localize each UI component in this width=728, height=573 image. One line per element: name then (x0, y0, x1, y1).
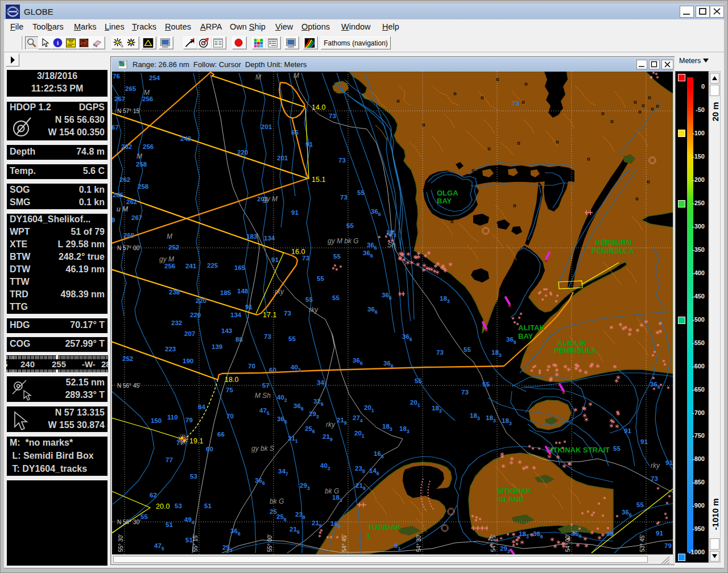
svg-text:9: 9 (112, 217, 115, 223)
svg-text:183: 183 (246, 233, 257, 240)
svg-text:N 56° 45': N 56° 45' (117, 383, 140, 389)
svg-text:gy bk S: gy bk S (251, 445, 274, 452)
svg-text:150: 150 (151, 417, 162, 424)
svg-text:M: M (293, 72, 299, 80)
svg-text:66: 66 (217, 431, 225, 438)
svg-text:139: 139 (212, 343, 222, 350)
svg-text:17.1: 17.1 (263, 311, 276, 319)
svg-text:N 57° 00': N 57° 00' (117, 245, 140, 251)
svg-text:84: 84 (198, 404, 205, 410)
svg-text:55: 55 (317, 275, 324, 282)
svg-text:91: 91 (624, 427, 631, 434)
svg-text:14.0: 14.0 (312, 103, 325, 111)
svg-text:267: 267 (131, 214, 142, 221)
svg-text:243: 243 (180, 135, 191, 142)
svg-text:91: 91 (245, 304, 253, 310)
svg-text:55: 55 (482, 381, 490, 388)
svg-text:BAY: BAY (518, 332, 533, 341)
svg-text:254: 254 (149, 74, 160, 81)
svg-text:55: 55 (346, 222, 354, 229)
svg-text:143: 143 (221, 327, 232, 334)
svg-text:190: 190 (183, 358, 193, 364)
svg-text:OLGA: OLGA (437, 189, 458, 197)
svg-text:N 57° 15': N 57° 15' (117, 108, 140, 114)
svg-text:53: 53 (190, 473, 197, 480)
svg-text:bk G: bk G (270, 497, 284, 505)
svg-text:262: 262 (126, 198, 137, 205)
svg-text:M: M (144, 89, 150, 97)
svg-text:60: 60 (206, 446, 213, 452)
svg-text:ISLAND: ISLAND (497, 495, 524, 504)
svg-text:20.0: 20.0 (156, 503, 169, 510)
svg-text:79: 79 (664, 542, 672, 549)
svg-text:gy M bk G: gy M bk G (328, 237, 359, 245)
svg-text:252: 252 (168, 244, 179, 251)
svg-text:73: 73 (264, 333, 271, 340)
svg-text:70: 70 (226, 413, 234, 420)
svg-text:185: 185 (220, 289, 231, 296)
svg-text:51: 51 (166, 521, 173, 528)
svg-text:55° 15': 55° 15' (192, 534, 198, 552)
svg-text:201: 201 (261, 123, 272, 130)
svg-text:TUGIDAK: TUGIDAK (367, 523, 402, 532)
svg-text:M: M (136, 152, 142, 160)
svg-text:M Sh: M Sh (255, 392, 271, 400)
svg-text:gy M: gy M (263, 195, 278, 203)
svg-text:258: 258 (138, 183, 149, 190)
svg-text:rky: rky (275, 288, 284, 296)
svg-text:91: 91 (665, 459, 673, 466)
svg-text:267: 267 (114, 96, 125, 102)
svg-text:73: 73 (512, 100, 519, 107)
svg-text:73: 73 (302, 255, 309, 261)
svg-text:134: 134 (264, 235, 275, 242)
svg-text:220: 220 (190, 312, 201, 318)
svg-text:269: 269 (123, 232, 134, 239)
svg-text:262: 262 (121, 143, 132, 150)
svg-text:220: 220 (196, 297, 206, 304)
svg-text:55: 55 (288, 335, 296, 342)
svg-text:148: 148 (237, 288, 249, 294)
svg-text:55: 55 (332, 294, 340, 301)
svg-text:SITKINAK STRAIT: SITKINAK STRAIT (546, 446, 610, 454)
svg-text:I.: I. (367, 532, 371, 540)
svg-text:54° 45': 54° 45' (341, 534, 348, 552)
svg-text:M: M (167, 232, 172, 240)
svg-text:252: 252 (122, 355, 133, 362)
svg-text:55: 55 (333, 253, 341, 260)
svg-text:134: 134 (230, 312, 242, 318)
svg-text:55: 55 (357, 189, 365, 196)
svg-text:38: 38 (606, 530, 614, 537)
svg-text:ALITAK: ALITAK (518, 323, 545, 332)
svg-text:rky: rky (326, 421, 336, 429)
svg-text:PENINSULA: PENINSULA (592, 247, 635, 255)
svg-text:73: 73 (651, 475, 658, 482)
svg-text:79: 79 (185, 417, 193, 423)
svg-text:110: 110 (167, 414, 178, 421)
svg-text:232: 232 (171, 319, 182, 326)
svg-text:73: 73 (461, 389, 469, 396)
svg-text:225: 225 (207, 262, 218, 269)
svg-text:i: i (57, 39, 59, 46)
svg-text:53: 53 (175, 503, 182, 509)
svg-text:N 56° 30': N 56° 30' (117, 519, 140, 525)
svg-text:88: 88 (235, 336, 243, 343)
svg-text:265: 265 (113, 192, 124, 198)
svg-text:262: 262 (119, 176, 130, 183)
svg-text:55: 55 (613, 445, 621, 452)
svg-text:rky: rky (309, 306, 318, 314)
svg-text:rky: rky (651, 462, 660, 470)
svg-text:bk G: bk G (325, 487, 339, 495)
svg-text:HEPBURN: HEPBURN (595, 238, 631, 247)
svg-text:70: 70 (248, 363, 255, 369)
svg-text:77: 77 (176, 439, 184, 446)
svg-text:M: M (255, 73, 261, 81)
svg-text:220: 220 (237, 149, 248, 156)
svg-text:15.1: 15.1 (312, 176, 325, 184)
svg-text:19.1: 19.1 (189, 437, 203, 445)
svg-text:91: 91 (305, 141, 313, 148)
svg-text:55: 55 (415, 377, 422, 384)
svg-text:91: 91 (656, 530, 663, 537)
svg-text:54° 00': 54° 00' (565, 534, 571, 552)
svg-text:238: 238 (169, 289, 180, 296)
svg-text:PENINSULA: PENINSULA (554, 346, 597, 355)
